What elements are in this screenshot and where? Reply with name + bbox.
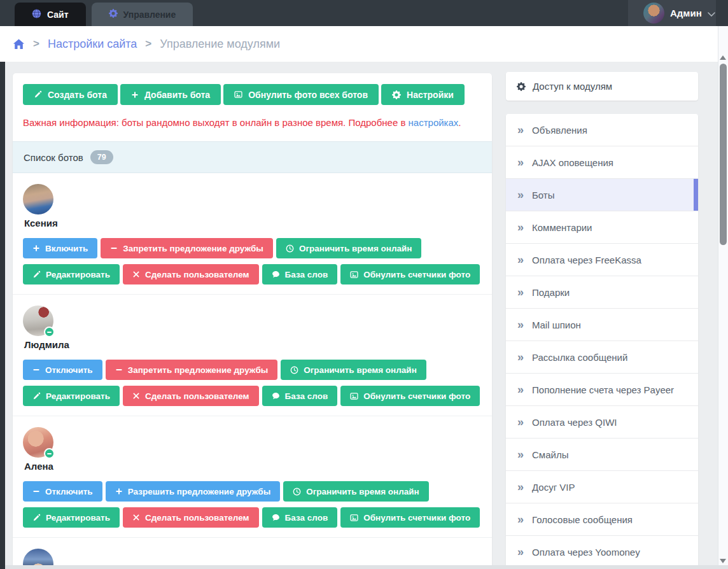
action-button[interactable]: Ограничить время онлайн xyxy=(281,360,426,380)
double-chevron-icon: » xyxy=(517,449,524,460)
action-button[interactable]: База слов xyxy=(262,386,338,406)
sidebar-item[interactable]: »Оплата через QIWI xyxy=(506,406,698,439)
admin-page: Сайт Управление Админ > Настройки сайта … xyxy=(0,0,728,569)
action-button[interactable]: Включить xyxy=(23,238,97,258)
button-label: Создать бота xyxy=(48,90,107,100)
action-button[interactable]: Сделать пользователем xyxy=(123,264,259,284)
double-chevron-icon: » xyxy=(517,319,524,330)
bot-row: КсенияВключитьЗапретить предложение друж… xyxy=(13,173,492,295)
sidebar-item[interactable]: »Оплата через Yoomoney xyxy=(506,536,698,568)
action-button[interactable]: Запретить предложение дружбы xyxy=(106,360,278,380)
pencil-icon xyxy=(34,90,42,99)
cross-icon xyxy=(132,514,140,521)
double-chevron-icon: » xyxy=(517,351,524,363)
bot-avatar[interactable] xyxy=(23,184,53,214)
sidebar-item[interactable]: »Оплата через FreeKassa xyxy=(506,244,698,276)
warning-link[interactable]: настройках xyxy=(409,117,459,128)
sidebar-item[interactable]: »Подарки xyxy=(506,276,698,309)
minus-icon xyxy=(32,488,40,495)
tab-management[interactable]: Управление xyxy=(92,3,193,26)
sidebar-item-label: Оплата через Yoomoney xyxy=(532,547,640,558)
button-label: Запретить предложение дружбы xyxy=(123,244,263,253)
button-label: Отключить xyxy=(45,365,93,375)
chevron-down-icon xyxy=(708,8,715,19)
action-button[interactable]: База слов xyxy=(262,507,338,528)
double-chevron-icon: » xyxy=(517,254,524,265)
bot-row xyxy=(13,538,492,569)
sidebar-item[interactable]: »Досуг VIP xyxy=(506,471,698,503)
chat-icon xyxy=(272,270,280,279)
user-menu[interactable]: Админ xyxy=(628,0,716,26)
action-button[interactable]: Отключить xyxy=(23,481,102,502)
action-button[interactable]: Ограничить время онлайн xyxy=(276,238,422,258)
sidebar-header-label: Доступ к модулям xyxy=(533,81,612,92)
bot-list: КсенияВключитьЗапретить предложение друж… xyxy=(13,173,492,569)
warning-text: Важная информация: боты рандомно выходят… xyxy=(13,105,492,141)
minus-icon xyxy=(110,244,118,252)
action-button[interactable]: Редактировать xyxy=(23,386,120,406)
action-button[interactable]: Создать бота xyxy=(23,84,118,105)
action-button[interactable]: Редактировать xyxy=(23,507,120,528)
main-card: Создать ботаДобавить ботаОбнулить фото в… xyxy=(13,73,492,569)
button-label: Сделать пользователем xyxy=(145,391,249,401)
bot-name: Людмила xyxy=(24,339,482,351)
home-icon[interactable] xyxy=(13,38,25,50)
sidebar-header: Доступ к модулям xyxy=(506,72,698,101)
action-button[interactable]: Редактировать xyxy=(23,264,120,284)
action-button[interactable]: База слов xyxy=(262,264,338,284)
sidebar-item[interactable]: »Рассылка сообщений xyxy=(506,341,698,374)
button-label: Включить xyxy=(45,244,88,253)
cross-icon xyxy=(132,270,140,278)
chat-icon xyxy=(272,392,280,400)
bot-row: ЛюдмилаОтключитьЗапретить предложение др… xyxy=(13,295,492,416)
gear-icon xyxy=(517,82,526,91)
bot-action-row: ОтключитьЗапретить предложение дружбыОгр… xyxy=(23,360,482,380)
action-button[interactable]: Настройки xyxy=(381,84,465,105)
breadcrumb: > Настройки сайта > Управление модулями xyxy=(0,26,718,62)
button-label: Разрешить предложение дружбы xyxy=(128,487,270,496)
list-title: Список ботов xyxy=(24,152,83,163)
action-button[interactable]: Сделать пользователем xyxy=(123,507,259,528)
breadcrumb-separator: > xyxy=(33,38,39,50)
button-label: База слов xyxy=(285,391,328,401)
scroll-up-arrow[interactable] xyxy=(720,55,726,60)
tab-site[interactable]: Сайт xyxy=(15,3,86,26)
action-button[interactable]: Отключить xyxy=(23,360,102,380)
button-label: Добавить бота xyxy=(144,90,210,100)
online-badge xyxy=(44,327,55,337)
button-label: Сделать пользователем xyxy=(145,513,249,523)
online-badge xyxy=(44,448,55,459)
cross-icon xyxy=(132,392,140,400)
image-icon xyxy=(234,90,242,99)
scrollbar[interactable] xyxy=(718,26,728,569)
action-button[interactable]: Разрешить предложение дружбы xyxy=(106,481,280,502)
action-button[interactable]: Сделать пользователем xyxy=(123,386,259,406)
action-button[interactable]: Запретить предложение дружбы xyxy=(101,238,273,258)
sidebar-item[interactable]: »Mail шпион xyxy=(506,309,698,341)
action-button[interactable]: Обнулить фото всех ботов xyxy=(223,84,379,105)
sidebar-item-label: Объявления xyxy=(532,125,587,136)
breadcrumb-current: Управление модулями xyxy=(160,38,280,51)
action-button[interactable]: Добавить бота xyxy=(120,84,221,105)
sidebar-item[interactable]: »Смайлы xyxy=(506,439,698,471)
sidebar-item[interactable]: »AJAX оповещения xyxy=(506,146,698,179)
breadcrumb-link[interactable]: Настройки сайта xyxy=(48,38,137,51)
button-label: Редактировать xyxy=(46,513,110,523)
sidebar-item[interactable]: »Комментарии xyxy=(506,211,698,244)
sidebar-item[interactable]: »Голосовые сообщения xyxy=(506,503,698,536)
sidebar-item[interactable]: »Объявления xyxy=(506,114,698,146)
sidebar-item[interactable]: »Пополнение счета через Payeer xyxy=(506,374,698,406)
bot-avatar[interactable] xyxy=(23,427,53,458)
warning-message: Важная информация: боты рандомно выходят… xyxy=(23,117,409,128)
bot-actions: ОтключитьЗапретить предложение дружбыОгр… xyxy=(23,360,482,406)
bot-action-row: РедактироватьСделать пользователемБаза с… xyxy=(23,264,482,284)
scroll-down-arrow[interactable] xyxy=(720,559,726,563)
action-button[interactable]: Обнулить счетчики фото xyxy=(340,507,480,528)
action-button[interactable]: Обнулить счетчики фото xyxy=(340,386,480,406)
action-button[interactable]: Ограничить время онлайн xyxy=(283,481,429,502)
bot-avatar[interactable] xyxy=(23,306,53,336)
action-button[interactable]: Обнулить счетчики фото xyxy=(340,264,480,284)
sidebar-item[interactable]: »Боты xyxy=(506,179,698,211)
button-label: Обнулить фото всех ботов xyxy=(248,90,368,100)
scrollbar-thumb[interactable] xyxy=(720,64,727,245)
